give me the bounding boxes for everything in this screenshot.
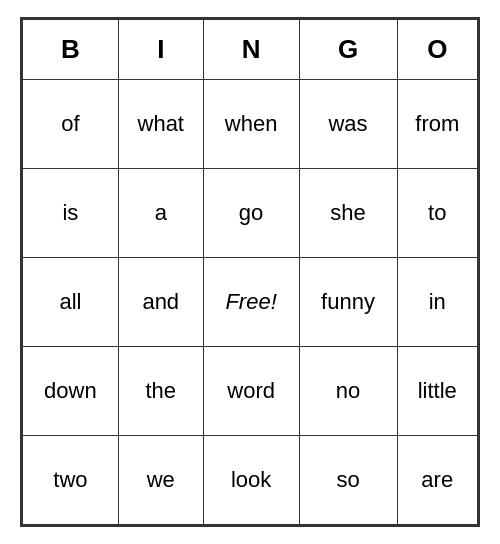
cell-3-2: word bbox=[203, 347, 299, 436]
cell-0-0: of bbox=[23, 80, 119, 169]
cell-1-2: go bbox=[203, 169, 299, 258]
cell-2-2: Free! bbox=[203, 258, 299, 347]
cell-0-4: from bbox=[397, 80, 477, 169]
bingo-table: B I N G O of what when was from is a go … bbox=[22, 19, 478, 525]
cell-2-4: in bbox=[397, 258, 477, 347]
header-b: B bbox=[23, 20, 119, 80]
cell-2-3: funny bbox=[299, 258, 397, 347]
cell-3-1: the bbox=[118, 347, 203, 436]
table-row: two we look so are bbox=[23, 436, 478, 525]
cell-1-0: is bbox=[23, 169, 119, 258]
table-row: down the word no little bbox=[23, 347, 478, 436]
cell-0-1: what bbox=[118, 80, 203, 169]
header-g: G bbox=[299, 20, 397, 80]
cell-3-4: little bbox=[397, 347, 477, 436]
header-n: N bbox=[203, 20, 299, 80]
cell-4-3: so bbox=[299, 436, 397, 525]
cell-2-1: and bbox=[118, 258, 203, 347]
header-i: I bbox=[118, 20, 203, 80]
bingo-card: B I N G O of what when was from is a go … bbox=[20, 17, 480, 527]
header-o: O bbox=[397, 20, 477, 80]
cell-0-3: was bbox=[299, 80, 397, 169]
cell-4-0: two bbox=[23, 436, 119, 525]
table-row: of what when was from bbox=[23, 80, 478, 169]
cell-0-2: when bbox=[203, 80, 299, 169]
cell-4-1: we bbox=[118, 436, 203, 525]
cell-1-3: she bbox=[299, 169, 397, 258]
cell-2-0: all bbox=[23, 258, 119, 347]
header-row: B I N G O bbox=[23, 20, 478, 80]
cell-4-2: look bbox=[203, 436, 299, 525]
cell-4-4: are bbox=[397, 436, 477, 525]
cell-1-4: to bbox=[397, 169, 477, 258]
cell-1-1: a bbox=[118, 169, 203, 258]
cell-3-0: down bbox=[23, 347, 119, 436]
table-row: is a go she to bbox=[23, 169, 478, 258]
table-row: all and Free! funny in bbox=[23, 258, 478, 347]
cell-3-3: no bbox=[299, 347, 397, 436]
